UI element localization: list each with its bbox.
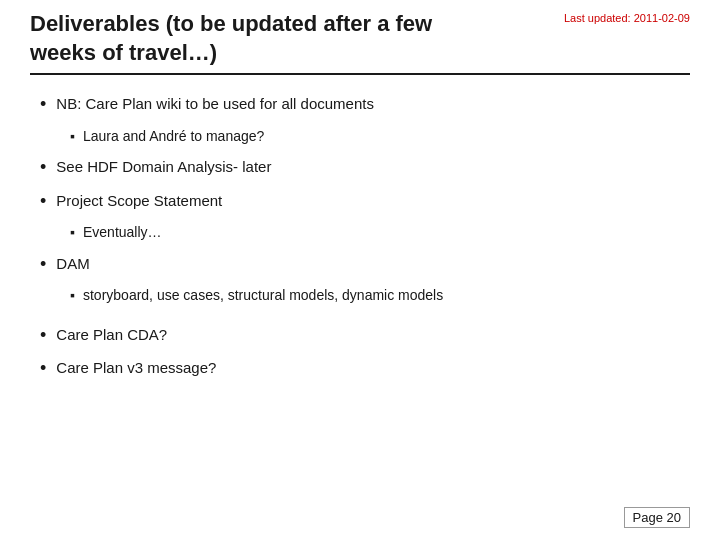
- page-title: Deliverables (to be updated after a few …: [30, 10, 554, 67]
- list-item: • Care Plan v3 message?: [40, 357, 690, 380]
- sub-item-text: Eventually…: [83, 223, 162, 243]
- page-number: Page 20: [624, 507, 690, 528]
- list-item: • NB: Care Plan wiki to be used for all …: [40, 93, 690, 116]
- item-text: Care Plan CDA?: [56, 324, 167, 345]
- sub-item-text: Laura and André to manage?: [83, 127, 264, 147]
- bullet-icon: •: [40, 357, 46, 380]
- list-item: • Care Plan CDA?: [40, 324, 690, 347]
- bullet-icon: •: [40, 156, 46, 179]
- item-text: DAM: [56, 253, 89, 274]
- list-item: • See HDF Domain Analysis- later: [40, 156, 690, 179]
- sub-bullet-icon: ▪: [70, 286, 75, 306]
- sub-items-2: ▪ Eventually…: [70, 223, 690, 243]
- item-text: See HDF Domain Analysis- later: [56, 156, 271, 177]
- sub-item-text: storyboard, use cases, structural models…: [83, 286, 443, 306]
- sub-list-item: ▪ storyboard, use cases, structural mode…: [70, 286, 690, 306]
- content-area: • NB: Care Plan wiki to be used for all …: [30, 93, 690, 380]
- bullet-icon: •: [40, 253, 46, 276]
- sub-bullet-icon: ▪: [70, 223, 75, 243]
- item-text: NB: Care Plan wiki to be used for all do…: [56, 93, 374, 114]
- title-block: Deliverables (to be updated after a few …: [30, 10, 554, 67]
- item-text: Project Scope Statement: [56, 190, 222, 211]
- last-updated: Last updated: 2011-02-09: [554, 12, 690, 24]
- title-line2: weeks of travel…): [30, 40, 217, 65]
- bullet-icon: •: [40, 324, 46, 347]
- sub-items-0: ▪ Laura and André to manage?: [70, 127, 690, 147]
- title-line1: Deliverables (to be updated after a few: [30, 11, 432, 36]
- bullet-icon: •: [40, 93, 46, 116]
- list-item: • DAM: [40, 253, 690, 276]
- header-area: Deliverables (to be updated after a few …: [30, 10, 690, 67]
- title-divider: [30, 73, 690, 75]
- sub-list-item: ▪ Laura and André to manage?: [70, 127, 690, 147]
- sub-items-3: ▪ storyboard, use cases, structural mode…: [70, 286, 690, 306]
- page-number-area: Page 20: [624, 507, 690, 528]
- page-container: Deliverables (to be updated after a few …: [0, 0, 720, 540]
- sub-bullet-icon: ▪: [70, 127, 75, 147]
- list-item: • Project Scope Statement: [40, 190, 690, 213]
- bullet-icon: •: [40, 190, 46, 213]
- sub-list-item: ▪ Eventually…: [70, 223, 690, 243]
- item-text: Care Plan v3 message?: [56, 357, 216, 378]
- spacer: [40, 316, 690, 324]
